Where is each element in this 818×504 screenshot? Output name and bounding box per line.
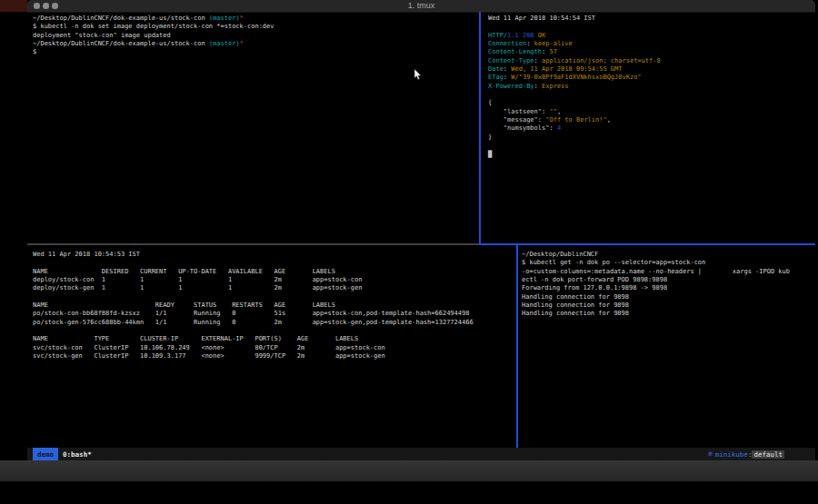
window-title: 1. tmux: [27, 1, 815, 10]
terminal-line: Connection: keep-alive: [488, 40, 815, 48]
terminal-line: Content-Type: application/json; charset=…: [488, 57, 815, 65]
terminal-line: █: [488, 151, 815, 159]
terminal-line: [33, 293, 516, 301]
terminal-line: [33, 327, 516, 335]
terminal-line: ETag: W/"39-0xBPf9aF1dXVNkhsxoBQgJ8vKzo": [488, 74, 815, 82]
terminal-pane-bottom-left[interactable]: Wed 11 Apr 2018 10:54:53 ISTNAME DESIRED…: [27, 245, 516, 448]
terminal-line: ~/Desktop/DublinCNCF: [522, 251, 815, 259]
terminal-line: deployment "stock-con" image updated: [33, 32, 478, 40]
terminal-pane-top-right[interactable]: Wed 11 Apr 2018 10:54:54 ISTHTTP/1.1 200…: [481, 12, 815, 243]
terminal-line: deploy/stock-con 1 1 1 1 2m app=stock-co…: [33, 276, 516, 284]
kubernetes-namespace: default: [752, 450, 784, 459]
terminal-line: "message": "Off to Berlin!",: [488, 116, 815, 124]
terminal-line: $ kubectl -n dok set image deployment/st…: [33, 23, 478, 31]
kubernetes-helm-icon: ⎈: [707, 450, 713, 459]
tmux-window-label[interactable]: 0:bash*: [63, 450, 92, 459]
terminal-line: Handling connection for 9898: [522, 310, 815, 318]
terminal-line: svc/stock-gen ClusterIP 10.109.3.177 <no…: [33, 352, 516, 361]
terminal-line: Forwarding from 127.0.0.1:9898 -> 9898: [522, 284, 815, 292]
terminal-pane-bottom-right[interactable]: ~/Desktop/DublinCNCF$ kubectl get -n dok…: [518, 245, 815, 448]
screen: 1. tmux ~/Desktop/DublinCNCF/dok-example…: [0, 0, 818, 504]
terminal-line: HTTP/1.1 200 OK: [488, 32, 815, 40]
terminal-line: [33, 259, 516, 267]
terminal-line: Handling connection for 9898: [522, 301, 815, 310]
terminal-line: Content-Length: 57: [488, 48, 815, 56]
terminal-line: }: [488, 133, 815, 142]
terminal-line: Wed 11 Apr 2018 10:54:54 IST: [488, 15, 815, 23]
tmux-status-bar: demo 0:bash* ⎈ minikube : default: [27, 448, 815, 460]
terminal-line: "numsymbols": 4: [488, 124, 815, 133]
desktop-background-sliver: [0, 0, 27, 12]
pane-divider-horizontal-left[interactable]: [27, 243, 479, 245]
terminal-line: Handling connection for 9898: [522, 293, 815, 301]
terminal-line: $ kubectl get -n dok po --selector=app=s…: [522, 259, 815, 267]
tmux-session-name[interactable]: demo: [33, 448, 58, 460]
kubernetes-context: minikube: [715, 450, 748, 459]
desktop-strip-below-window: [0, 460, 818, 481]
terminal-line: {: [488, 99, 815, 107]
terminal-line: ectl -n dok port-forward POD 9898:9898: [522, 276, 815, 284]
terminal-line: svc/stock-con ClusterIP 10.106.78.249 <n…: [33, 344, 516, 352]
terminal-line: "lastseen": "",: [488, 108, 815, 116]
terminal-line: [488, 23, 815, 31]
terminal-line: po/stock-con-bb68f88fd-kzsxz 1/1 Running…: [33, 310, 516, 318]
tmux-status-right: ⎈ minikube : default: [707, 450, 784, 459]
terminal-line: X-Powered-By: Express: [488, 83, 815, 91]
terminal-line: [488, 91, 815, 99]
terminal-line: ~/Desktop/DublinCNCF/dok-example-us/stoc…: [33, 15, 478, 23]
terminal-line: Wed 11 Apr 2018 10:54:53 IST: [33, 251, 516, 259]
pane-divider-vertical-bottom[interactable]: [516, 245, 518, 448]
pane-divider-horizontal-right[interactable]: [479, 243, 815, 245]
pane-divider-vertical-top[interactable]: [479, 12, 481, 243]
terminal-line: Date: Wed, 11 Apr 2018 09:54:55 GMT: [488, 65, 815, 74]
terminal-line: NAME TYPE CLUSTER-IP EXTERNAL-IP PORT(S)…: [33, 335, 516, 343]
terminal-line: NAME READY STATUS RESTARTS AGE LABELS: [33, 301, 516, 310]
terminal-line: deploy/stock-gen 1 1 1 1 2m app=stock-ge…: [33, 284, 516, 292]
window-title-bar[interactable]: 1. tmux: [27, 0, 815, 13]
terminal-pane-top-left[interactable]: ~/Desktop/DublinCNCF/dok-example-us/stoc…: [27, 12, 478, 243]
mouse-cursor: [414, 67, 422, 79]
terminal-line: [488, 142, 815, 150]
terminal-line: $: [33, 48, 478, 56]
terminal-line: -o=custom-columns=:metadata.name --no-he…: [522, 268, 815, 276]
terminal-line: NAME DESIRED CURRENT UP-TO-DATE AVAILABL…: [33, 268, 516, 276]
terminal-line: ~/Desktop/DublinCNCF/dok-example-us/stoc…: [33, 40, 478, 48]
terminal-line: po/stock-gen-576cc688bb-44kmn 1/1 Runnin…: [33, 319, 516, 327]
